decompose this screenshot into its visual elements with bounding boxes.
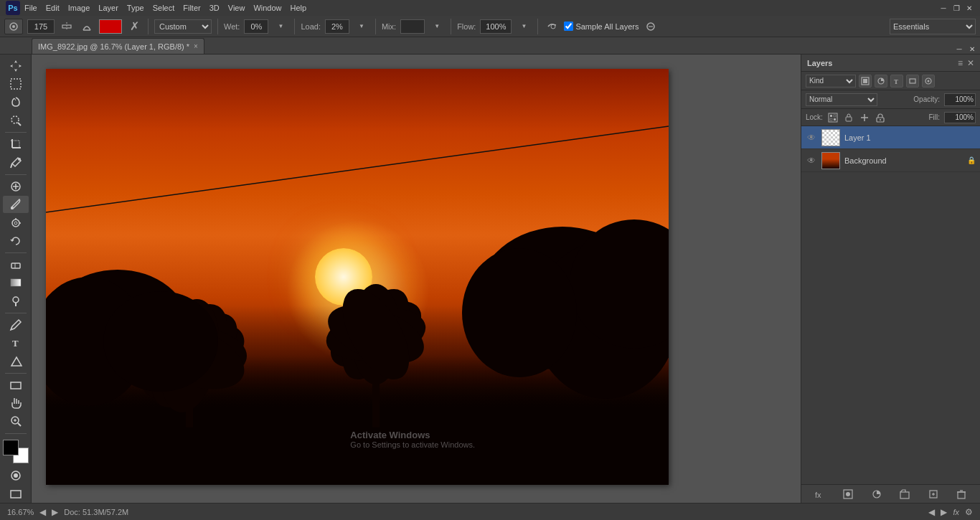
new-fill-adjustment-button[interactable]	[870, 487, 884, 501]
layers-kind-select[interactable]: Kind	[806, 75, 856, 88]
svg-point-19	[18, 158, 21, 161]
quick-select-tool[interactable]	[3, 112, 29, 129]
foreground-color[interactable]	[3, 440, 19, 455]
dodge-tool[interactable]	[3, 293, 29, 310]
zoom-tool[interactable]	[3, 412, 29, 430]
lock-transparent-icon[interactable]	[827, 112, 839, 123]
add-style-button[interactable]: fx	[813, 487, 827, 501]
minimize-button[interactable]: ─	[938, 3, 948, 13]
status-nav-left[interactable]: ◀	[39, 507, 46, 517]
layers-panel-expand-icon[interactable]: ≡	[958, 58, 963, 68]
layer-list: 👁 Layer 1 👁 Background 🔒	[801, 126, 980, 484]
lock-position-icon[interactable]	[859, 112, 870, 123]
eyedropper-tool[interactable]	[3, 154, 29, 171]
sample-all-layers-checkbox[interactable]	[564, 22, 573, 31]
status-back-icon[interactable]: ◀	[928, 507, 935, 517]
clone-stamp-tool[interactable]	[3, 214, 29, 231]
brush-size-input[interactable]	[27, 19, 55, 34]
workspace-select[interactable]: Essentials	[890, 19, 976, 34]
wet-dropdown-icon[interactable]: ▼	[273, 19, 288, 34]
menu-help[interactable]: Help	[291, 4, 307, 12]
canvas-image[interactable]: Activate Windows Go to Settings to activ…	[46, 69, 669, 485]
quick-mask-tool[interactable]	[3, 467, 29, 484]
move-tool[interactable]	[3, 57, 29, 75]
opacity-input[interactable]	[944, 93, 976, 106]
airbrush-cancel-icon[interactable]: ✗	[126, 19, 142, 34]
flow-input[interactable]	[480, 19, 512, 34]
menu-file[interactable]: File	[24, 4, 37, 12]
background-lock-icon: 🔒	[967, 156, 976, 164]
tool-separator-5	[5, 373, 27, 374]
menu-view[interactable]: View	[228, 4, 245, 12]
new-group-button[interactable]	[897, 487, 912, 501]
lock-image-pixels-icon[interactable]	[843, 112, 854, 123]
gradient-tool[interactable]	[3, 274, 29, 291]
restore-button[interactable]: ❐	[951, 3, 961, 13]
sample-all-layers-label[interactable]: Sample All Layers	[564, 22, 639, 31]
new-layer-button[interactable]	[926, 487, 941, 501]
screen-mode-tool[interactable]	[3, 486, 29, 503]
menu-window[interactable]: Window	[253, 4, 281, 12]
layer1-thumb-image	[822, 130, 839, 146]
layers-shape-filter[interactable]	[906, 75, 919, 88]
smoothing-icon[interactable]	[643, 19, 659, 34]
svg-point-71	[928, 80, 930, 82]
layers-adjustment-filter[interactable]	[875, 75, 887, 88]
blend-mode-dropdown[interactable]: Normal Multiply Screen Overlay	[806, 93, 877, 106]
menu-layer[interactable]: Layer	[98, 4, 118, 12]
doc-tab[interactable]: IMG_8922.jpg @ 16.7% (Layer 1, RGB/8) * …	[32, 38, 204, 54]
menu-select[interactable]: Select	[153, 4, 175, 12]
fill-label: Fill:	[928, 113, 940, 121]
crop-tool[interactable]	[3, 136, 29, 153]
menu-3d[interactable]: 3D	[209, 4, 220, 12]
status-fx-icon[interactable]: fx	[953, 508, 959, 516]
load-dropdown-icon[interactable]: ▼	[354, 19, 369, 34]
status-nav-right[interactable]: ▶	[52, 507, 58, 517]
hand-tool[interactable]	[3, 394, 29, 412]
wet-input[interactable]	[244, 19, 268, 34]
color-swatches[interactable]	[3, 440, 29, 464]
brush-tool[interactable]	[3, 196, 29, 213]
status-settings-icon[interactable]: ⚙	[965, 507, 973, 517]
mix-dropdown-icon[interactable]: ▼	[429, 19, 445, 34]
panel-minimize-icon[interactable]: ─	[954, 44, 964, 54]
close-button[interactable]: ✕	[964, 3, 974, 13]
healing-brush-tool[interactable]	[3, 178, 29, 195]
panel-close-icon[interactable]: ✕	[967, 44, 977, 54]
fill-input[interactable]	[944, 112, 976, 123]
layer-item-layer1[interactable]: 👁 Layer 1	[801, 126, 980, 149]
lasso-tool[interactable]	[3, 94, 29, 111]
svg-text:fx: fx	[815, 491, 821, 499]
layer1-visibility-icon[interactable]: 👁	[806, 132, 817, 143]
layers-pixel-filter[interactable]	[859, 75, 872, 88]
eraser-tool[interactable]	[3, 256, 29, 273]
layers-panel-close-icon[interactable]: ✕	[967, 58, 974, 68]
menu-type[interactable]: Type	[127, 4, 144, 12]
brush-color-swatch[interactable]	[99, 19, 122, 34]
menu-edit[interactable]: Edit	[46, 4, 60, 12]
flow-dropdown-icon[interactable]: ▼	[516, 19, 532, 34]
shape-tool[interactable]	[3, 377, 29, 394]
lock-all-icon[interactable]	[875, 112, 886, 123]
layer-item-background[interactable]: 👁 Background 🔒	[801, 149, 980, 172]
add-mask-button[interactable]	[841, 487, 855, 501]
rectangle-select-tool[interactable]	[3, 75, 29, 93]
type-tool[interactable]: T	[3, 334, 29, 351]
load-input[interactable]	[325, 19, 349, 34]
path-select-tool[interactable]	[3, 352, 29, 369]
menu-image[interactable]: Image	[68, 4, 90, 12]
background-layer-name: Background	[844, 156, 963, 165]
background-visibility-icon[interactable]: 👁	[806, 155, 817, 166]
blend-mode-select[interactable]: Custom	[154, 19, 212, 34]
history-brush-tool[interactable]	[3, 232, 29, 250]
menu-filter[interactable]: Filter	[183, 4, 200, 12]
layers-smart-filter[interactable]	[922, 75, 935, 88]
delete-layer-button[interactable]	[954, 487, 969, 501]
pen-tool[interactable]	[3, 316, 29, 334]
doc-tab-close[interactable]: ×	[194, 42, 198, 50]
layers-type-filter[interactable]: T	[890, 75, 903, 88]
brush-preset-picker[interactable]	[4, 19, 23, 34]
airbrush-toggle[interactable]	[544, 19, 560, 34]
mix-input[interactable]	[400, 19, 425, 34]
status-forward-icon[interactable]: ▶	[941, 507, 947, 517]
